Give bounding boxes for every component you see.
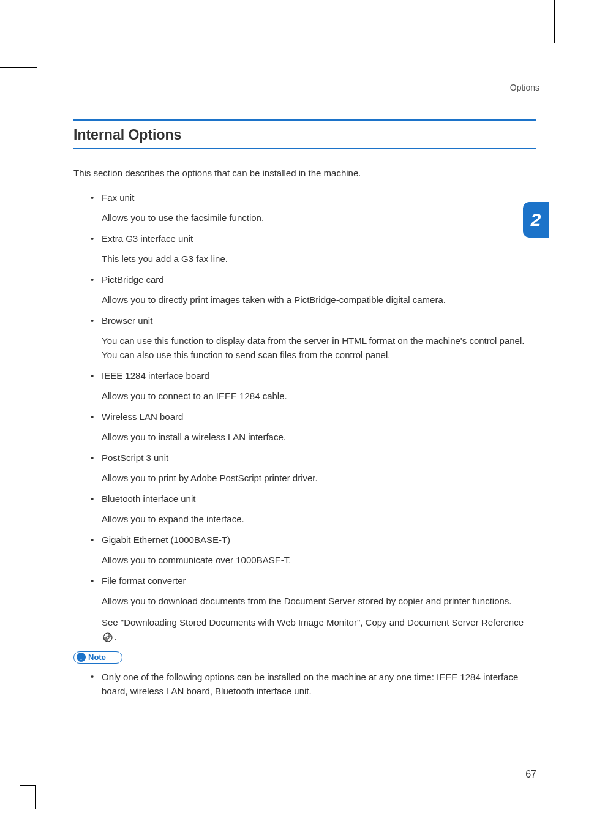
bullet-icon: •: [91, 314, 102, 328]
option-desc: Allows you to use the facsimile function…: [91, 211, 536, 225]
page-number: 67: [525, 769, 536, 780]
option-label: IEEE 1284 interface board: [102, 369, 209, 383]
crop-mark: [36, 43, 36, 67]
running-head: Options: [510, 83, 539, 92]
option-label: Extra G3 interface unit: [102, 232, 193, 246]
crop-mark: [598, 809, 616, 809]
note-text-body: Only one of the following options can be…: [102, 670, 536, 699]
option-desc: Allows you to expand the interface.: [91, 512, 536, 526]
section-rule-bottom: [73, 148, 536, 149]
section-intro: This section describes the options that …: [73, 167, 536, 180]
down-arrow-icon: ↓: [77, 653, 86, 662]
list-item: • Only one of the following options can …: [91, 670, 536, 699]
list-item: •Wireless LAN board Allows you to instal…: [91, 410, 536, 444]
option-desc: Allows you to communicate over 1000BASE-…: [91, 553, 536, 567]
crop-mark: [555, 773, 598, 809]
option-desc-secondary: See "Downloading Stored Documents with W…: [91, 615, 536, 644]
section-rule-top: [73, 119, 536, 121]
bullet-icon: •: [91, 273, 102, 287]
crop-mark: [20, 809, 20, 840]
crop-mark: [554, 0, 555, 43]
section-title: Internal Options: [73, 127, 536, 143]
bullet-icon: •: [91, 451, 102, 465]
note-label: Note: [88, 653, 106, 662]
bullet-icon: •: [91, 574, 102, 588]
svg-point-1: [107, 636, 109, 639]
list-item: •PictBridge card Allows you to directly …: [91, 273, 536, 307]
option-label: Gigabit Ethernet (1000BASE-T): [102, 533, 230, 547]
header-rule: [70, 97, 539, 97]
list-item: •IEEE 1284 interface board Allows you to…: [91, 369, 536, 403]
crop-mark: [555, 43, 582, 67]
bullet-icon: •: [91, 533, 102, 547]
option-label: Bluetooth interface unit: [102, 492, 195, 506]
page: Options 2 Internal Options This section …: [0, 0, 616, 840]
option-desc: Allows you to download documents from th…: [91, 594, 536, 608]
note-list: • Only one of the following options can …: [73, 670, 536, 699]
crop-mark: [251, 31, 318, 31]
option-label: Wireless LAN board: [102, 410, 183, 424]
list-item: •Gigabit Ethernet (1000BASE-T) Allows yo…: [91, 533, 536, 567]
crop-mark: [20, 785, 36, 809]
option-desc: Allows you to connect to an IEEE 1284 ca…: [91, 389, 536, 403]
option-desc: Allows you to directly print images take…: [91, 293, 536, 307]
bullet-icon: •: [91, 232, 102, 246]
option-label: PictBridge card: [102, 273, 164, 287]
bullet-icon: •: [91, 369, 102, 383]
bullet-icon: •: [91, 492, 102, 506]
option-label: Fax unit: [102, 191, 134, 204]
crop-mark: [285, 0, 285, 31]
list-item: •Browser unit You can use this function …: [91, 314, 536, 362]
option-label: File format converter: [102, 574, 186, 588]
bullet-icon: •: [91, 410, 102, 424]
note-pill: ↓ Note: [73, 651, 122, 664]
cd-icon: [103, 632, 113, 642]
crop-mark: [0, 43, 37, 43]
option-desc: Allows you to install a wireless LAN int…: [91, 430, 536, 444]
option-label: Browser unit: [102, 314, 152, 328]
list-item: •Fax unit Allows you to use the facsimil…: [91, 191, 536, 225]
options-list: •Fax unit Allows you to use the facsimil…: [73, 191, 536, 644]
content-area: Internal Options This section describes …: [73, 119, 536, 698]
note-block: ↓ Note • Only one of the following optio…: [73, 651, 536, 699]
bullet-icon: •: [91, 670, 102, 683]
crop-mark: [579, 43, 616, 43]
option-desc: This lets you add a G3 fax line.: [91, 252, 536, 266]
option-desc-text: See "Downloading Stored Documents with W…: [102, 617, 524, 628]
list-item: •File format converter Allows you to dow…: [91, 574, 536, 644]
bullet-icon: •: [91, 191, 102, 204]
option-label: PostScript 3 unit: [102, 451, 168, 465]
list-item: •PostScript 3 unit Allows you to print b…: [91, 451, 536, 485]
option-desc: You can use this function to display dat…: [91, 334, 536, 362]
crop-mark: [0, 67, 37, 68]
option-desc-text-post: .: [114, 631, 116, 642]
crop-mark: [20, 43, 20, 67]
list-item: •Bluetooth interface unit Allows you to …: [91, 492, 536, 526]
crop-mark: [285, 809, 285, 840]
list-item: •Extra G3 interface unit This lets you a…: [91, 232, 536, 266]
option-desc: Allows you to print by Adobe PostScript …: [91, 471, 536, 485]
